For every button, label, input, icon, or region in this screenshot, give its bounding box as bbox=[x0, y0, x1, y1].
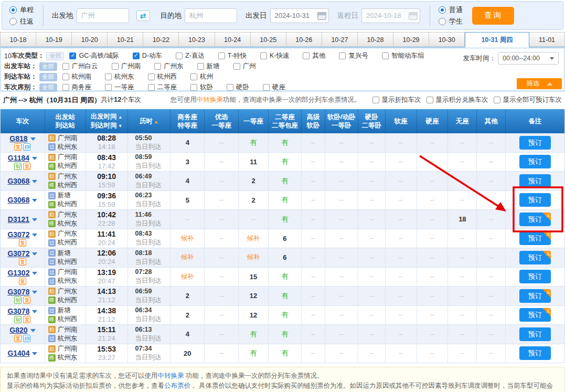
select-all-pill[interactable]: 全部 bbox=[39, 73, 57, 81]
filter-checkbox[interactable]: 二等座 bbox=[148, 83, 177, 92]
date-tab[interactable]: 10-29 bbox=[393, 32, 429, 47]
filter-checkbox[interactable]: 杭州西 bbox=[148, 72, 177, 81]
date-tab[interactable]: 10-25 bbox=[251, 32, 286, 47]
train-number-link[interactable]: D3121 bbox=[8, 215, 29, 224]
date-tab[interactable]: 10-28 bbox=[358, 32, 393, 47]
sort-arrow-icon[interactable]: ▲ bbox=[118, 114, 123, 120]
date-tab[interactable]: 10-22 bbox=[143, 32, 179, 47]
date-tab[interactable]: 10-23 bbox=[179, 32, 215, 47]
select-all-pill[interactable]: 全部 bbox=[46, 52, 64, 60]
display-option-checkbox[interactable]: 显示折扣车次 bbox=[372, 96, 421, 104]
swap-icon[interactable]: ⇄ bbox=[136, 10, 150, 21]
from-input[interactable] bbox=[77, 8, 129, 23]
column-header[interactable]: 出发时间▲到达时间▼ bbox=[86, 109, 128, 133]
book-button[interactable]: 预订兑 bbox=[519, 213, 551, 226]
book-button[interactable]: 预订 bbox=[519, 270, 551, 283]
filter-checkbox[interactable]: 新塘 bbox=[197, 62, 220, 71]
expand-caret-icon[interactable] bbox=[32, 218, 37, 221]
filter-checkbox[interactable]: D-动车 bbox=[133, 51, 162, 60]
expand-caret-icon[interactable] bbox=[30, 137, 36, 141]
expand-caret-icon[interactable] bbox=[32, 180, 37, 183]
expand-caret-icon[interactable] bbox=[32, 252, 37, 256]
train-number-link[interactable]: G1302 bbox=[7, 269, 29, 277]
filter-checkbox[interactable]: GC-高铁/城际 bbox=[69, 51, 119, 60]
filter-checkbox[interactable]: 商务座 bbox=[62, 83, 92, 92]
filter-checkbox[interactable]: 硬卧 bbox=[227, 83, 249, 92]
train-number-link[interactable]: G3068 bbox=[7, 196, 29, 204]
book-button[interactable]: 预订 bbox=[519, 193, 551, 207]
filter-checkbox[interactable]: 一等座 bbox=[105, 83, 134, 92]
book-button[interactable]: 预订兑 bbox=[519, 308, 551, 322]
book-button[interactable]: 预订 bbox=[519, 136, 551, 150]
select-all-pill[interactable]: 全部 bbox=[39, 83, 57, 92]
book-button[interactable]: 预订 bbox=[519, 327, 551, 341]
transfer-link[interactable]: 中转换乘 bbox=[197, 96, 223, 103]
date-tab[interactable]: 10-21 bbox=[108, 32, 143, 47]
filter-checkbox[interactable]: 其他 bbox=[303, 51, 325, 60]
filter-checkbox[interactable]: 广州南 bbox=[112, 62, 141, 71]
date-tab-active[interactable]: 10-31 周四 bbox=[465, 32, 529, 48]
expand-caret-icon[interactable] bbox=[32, 310, 37, 313]
date-tab[interactable]: 10-20 bbox=[72, 32, 108, 47]
calendar-icon[interactable] bbox=[317, 12, 326, 20]
sort-arrow-icon[interactable]: ▼ bbox=[118, 123, 123, 129]
expand-caret-icon[interactable] bbox=[32, 199, 37, 202]
filter-checkbox[interactable]: 硬座 bbox=[263, 83, 285, 92]
filter-checkbox[interactable]: Z-直达 bbox=[176, 51, 205, 60]
date-tab[interactable]: 10-19 bbox=[36, 32, 72, 47]
date-tab[interactable]: 10-27 bbox=[322, 32, 358, 47]
filter-checkbox[interactable]: 杭州南 bbox=[62, 72, 92, 81]
expand-caret-icon[interactable] bbox=[32, 272, 37, 275]
train-number-link[interactable]: G818 bbox=[9, 134, 27, 143]
train-number-link[interactable]: G820 bbox=[9, 326, 27, 334]
train-number-link[interactable]: G1184 bbox=[8, 154, 29, 162]
filter-checkbox[interactable]: 智能动车组 bbox=[382, 51, 424, 60]
expand-caret-icon[interactable] bbox=[32, 234, 37, 237]
filter-checkbox[interactable]: 广州白云 bbox=[62, 62, 98, 71]
passenger-type-radio[interactable]: 普通 bbox=[439, 5, 463, 15]
filter-checkbox[interactable]: K-快速 bbox=[260, 51, 290, 60]
filter-checkbox[interactable]: 广州东 bbox=[154, 62, 184, 71]
select-all-pill[interactable]: 全部 bbox=[39, 62, 57, 71]
filter-toggle-button[interactable]: 筛选 bbox=[517, 78, 562, 89]
filter-checkbox[interactable]: 杭州东 bbox=[105, 72, 134, 81]
book-button[interactable]: 预订 bbox=[519, 155, 551, 168]
train-number-link[interactable]: G3072 bbox=[7, 230, 29, 239]
train-number-link[interactable]: G3072 bbox=[7, 249, 29, 258]
expand-caret-icon[interactable] bbox=[32, 157, 37, 160]
train-number-link[interactable]: G3068 bbox=[7, 177, 29, 185]
train-number-link[interactable]: G3078 bbox=[7, 288, 29, 296]
filter-checkbox[interactable]: 杭州 bbox=[190, 72, 213, 81]
published-price-link[interactable]: 公布票价 bbox=[164, 382, 190, 389]
date-tab[interactable]: 10-24 bbox=[215, 32, 251, 47]
to-input[interactable] bbox=[185, 8, 237, 23]
book-button[interactable]: 预订兑 bbox=[519, 289, 551, 303]
column-header[interactable]: 历时▲ bbox=[128, 109, 171, 133]
expand-caret-icon[interactable] bbox=[32, 352, 37, 355]
display-option-checkbox[interactable]: 显示全部可预订车次 bbox=[494, 96, 562, 104]
date-tab[interactable]: 10-26 bbox=[286, 32, 322, 47]
date-tab[interactable]: 11-01 bbox=[529, 32, 565, 47]
book-button[interactable]: 预订 bbox=[519, 346, 551, 360]
filter-checkbox[interactable]: 复兴号 bbox=[339, 51, 368, 60]
depart-time-select[interactable]: 00:00--24:00 bbox=[498, 52, 559, 65]
trip-type-radio[interactable]: 往返 bbox=[9, 17, 34, 26]
book-button[interactable]: 预订 bbox=[519, 174, 551, 188]
expand-caret-icon[interactable] bbox=[30, 329, 36, 332]
transfer-link[interactable]: 中转换乘 bbox=[158, 372, 184, 379]
date-tab[interactable]: 10-18 bbox=[0, 32, 36, 47]
sort-arrow-icon[interactable]: ▲ bbox=[154, 119, 158, 124]
passenger-type-radio[interactable]: 学生 bbox=[439, 17, 463, 26]
train-number-link[interactable]: G1404 bbox=[7, 349, 29, 357]
filter-checkbox[interactable]: T-特快 bbox=[218, 51, 247, 60]
query-button[interactable]: 查询 bbox=[472, 7, 514, 25]
book-button[interactable]: 预订兑 bbox=[519, 231, 551, 245]
date-tab[interactable]: 10-30 bbox=[429, 32, 465, 47]
book-button[interactable]: 预订兑 bbox=[519, 251, 551, 264]
filter-checkbox[interactable]: 广州 bbox=[233, 62, 256, 71]
display-option-checkbox[interactable]: 显示积分兑换车次 bbox=[427, 96, 488, 104]
train-number-link[interactable]: G3078 bbox=[7, 307, 29, 315]
expand-caret-icon[interactable] bbox=[32, 291, 37, 294]
trip-type-radio[interactable]: 单程 bbox=[9, 5, 34, 15]
filter-checkbox[interactable]: 软卧 bbox=[190, 83, 213, 92]
